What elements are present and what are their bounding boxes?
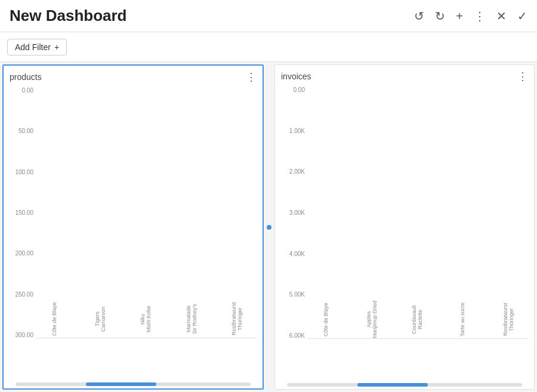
page-title: New Dashboard: [10, 7, 127, 25]
x-axis-label: Mishi Kobe Niku: [140, 300, 152, 338]
y-axis-invoices: 6.00K5.00K4.00K3.00K2.00K1.00K0.00: [281, 87, 307, 339]
y-label: 300.00: [15, 332, 33, 338]
y-label: 5.00K: [289, 291, 305, 298]
chart-panel-invoices: invoices⋮6.00K5.00K4.00K3.00K2.00K1.00K0…: [274, 64, 535, 390]
y-label: 3.00K: [289, 209, 305, 216]
bar-group: 2.21KTarte au sucre: [444, 298, 482, 339]
more-icon[interactable]: ⋮: [474, 10, 486, 22]
toolbar: Add Filter +: [0, 32, 537, 62]
x-axis-label: Côte de Blaye: [323, 300, 329, 339]
y-label: 6.00K: [289, 332, 305, 339]
x-axis-label: Sir Rodney's Marmalade: [186, 300, 198, 338]
x-axis-label: Carnarvon Tigers: [95, 300, 107, 338]
redo-icon[interactable]: ↻: [435, 10, 445, 22]
x-axis-label: Tarte au sucre: [460, 300, 466, 339]
bar-group: 97.00Mishi Kobe Niku: [127, 297, 165, 338]
bar-group: 5.90KCôte de Blaye: [307, 298, 345, 339]
bars-wrapper-invoices: 5.90KCôte de Blaye1.97KManjimup Dried Ap…: [307, 92, 528, 339]
y-label: 0.00: [22, 87, 33, 94]
chart-header-invoices: invoices⋮: [281, 71, 528, 82]
bar-group: 3.72KThüringer Rostbratwurst: [490, 298, 528, 339]
close-icon[interactable]: ✕: [496, 10, 507, 22]
chart-title-invoices: invoices: [281, 72, 311, 81]
scrollbar-products[interactable]: [16, 382, 251, 386]
bar-group: 81.00Sir Rodney's Marmalade: [172, 297, 211, 338]
header-actions: ↺ ↻ + ⋮ ✕ ✓: [414, 10, 527, 22]
chart-area-invoices: 6.00K5.00K4.00K3.00K2.00K1.00K0.005.90KC…: [281, 87, 528, 381]
y-label: 200.00: [15, 250, 33, 257]
add-icon[interactable]: +: [456, 10, 463, 22]
scrollbar-invoices[interactable]: [287, 383, 522, 387]
bars-wrapper-products: 263.00Côte de Blaye62.00Carnarvon Tigers…: [36, 93, 257, 338]
check-icon[interactable]: ✓: [517, 10, 527, 22]
charts-container: products⋮300.00250.00200.00150.00100.005…: [0, 62, 537, 392]
y-axis-products: 300.00250.00200.00150.00100.0050.000.00: [10, 87, 36, 338]
scrollbar-thumb-products: [86, 382, 156, 386]
y-label: 0.00: [294, 87, 305, 93]
x-axis-label: Raclette Courdavault: [412, 300, 424, 339]
y-label: 100.00: [15, 169, 33, 175]
chart-menu-icon-products[interactable]: ⋮: [246, 72, 257, 82]
bar-group: 1.97KManjimup Dried Apples: [353, 298, 391, 339]
y-label: 1.00K: [289, 128, 305, 134]
x-axis-label: Côte de Blaye: [52, 300, 58, 338]
y-label: 2.00K: [289, 168, 305, 175]
header: New Dashboard ↺ ↻ + ⋮ ✕ ✓: [0, 0, 537, 32]
chart-title-products: products: [10, 72, 42, 82]
chart-panel-products: products⋮300.00250.00200.00150.00100.005…: [2, 64, 264, 390]
bar-group: 124.00Thüringer Rostbratwurst: [218, 297, 257, 338]
add-filter-icon: +: [54, 42, 59, 52]
chart-menu-icon-invoices[interactable]: ⋮: [517, 71, 528, 82]
y-label: 50.00: [18, 128, 33, 134]
bar-group: 263.00Côte de Blaye: [36, 297, 74, 338]
x-axis-label: Thüringer Rostbratwurst: [503, 300, 515, 339]
y-label: 250.00: [15, 291, 33, 298]
x-axis-label: Manjimup Dried Apples: [366, 300, 378, 339]
y-label: 150.00: [15, 209, 33, 216]
scrollbar-thumb-invoices: [357, 383, 428, 387]
chart-header-products: products⋮: [10, 72, 257, 82]
bar-group: 2.76KRaclette Courdavault: [399, 298, 437, 339]
add-filter-label: Add Filter: [15, 42, 51, 52]
chart-area-products: 300.00250.00200.00150.00100.0050.000.002…: [10, 87, 257, 380]
y-label: 4.00K: [289, 251, 305, 257]
undo-icon[interactable]: ↺: [414, 10, 424, 22]
bar-group: 62.00Carnarvon Tigers: [81, 297, 119, 338]
resize-dot: [267, 225, 271, 230]
x-axis-label: Thüringer Rostbratwurst: [232, 300, 243, 338]
add-filter-button[interactable]: Add Filter +: [7, 39, 67, 55]
resize-handle[interactable]: [266, 64, 272, 390]
